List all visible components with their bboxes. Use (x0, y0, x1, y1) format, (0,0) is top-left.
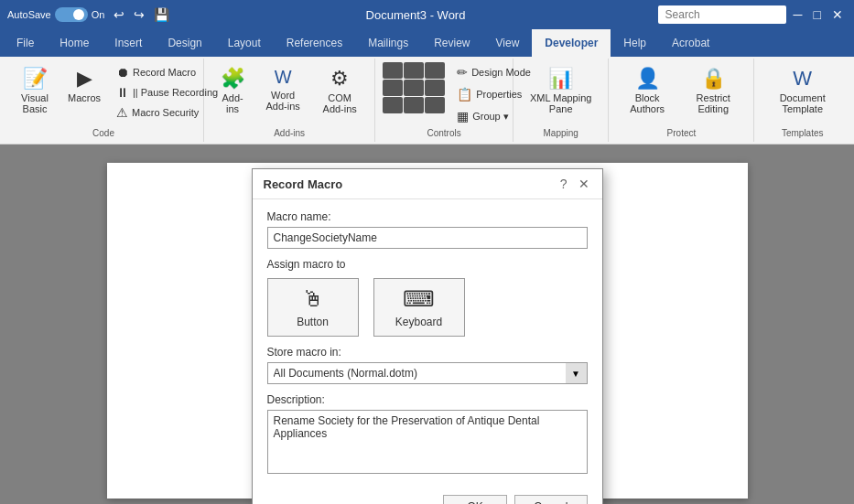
visual-basic-button[interactable]: 📝 Visual Basic (11, 62, 59, 119)
ribbon: File Home Insert Design Layout Reference… (0, 29, 854, 145)
tab-view[interactable]: View (483, 29, 533, 57)
add-ins-label: Add-ins (218, 92, 247, 114)
keyboard-assign-button[interactable]: ⌨ Keyboard (373, 278, 465, 337)
properties-icon: 📋 (457, 87, 472, 102)
autosave-label: AutoSave (7, 9, 51, 20)
group-mapping: 📊 XML Mapping Pane Mapping (513, 59, 609, 142)
button-assign-button[interactable]: 🖱 Button (267, 278, 359, 337)
cancel-button[interactable]: Cancel (514, 495, 587, 504)
control-grid-item (404, 62, 424, 79)
dialog-footer: OK Cancel (253, 488, 602, 504)
control-grid-item (404, 97, 424, 113)
macro-name-input[interactable] (267, 227, 588, 249)
document-template-button[interactable]: W Document Template (762, 62, 843, 119)
dialog-overlay: Record Macro ? ✕ Macro name: Assign macr… (0, 132, 854, 504)
assign-buttons: 🖱 Button ⌨ Keyboard (267, 278, 588, 337)
tab-home[interactable]: Home (47, 29, 102, 57)
tab-file[interactable]: File (4, 29, 47, 57)
save-button[interactable]: 💾 (150, 5, 173, 24)
control-grid-item (383, 80, 403, 96)
tab-acrobat[interactable]: Acrobat (659, 29, 722, 57)
tab-references[interactable]: References (274, 29, 355, 57)
titlebar: AutoSave On ↩ ↪ 💾 Document3 - Word ─ □ ✕ (0, 0, 854, 29)
control-grid-item (383, 62, 403, 79)
description-textarea[interactable]: Rename Society for the Preservation of A… (267, 410, 588, 474)
visual-basic-label: Visual Basic (17, 92, 52, 114)
add-ins-icon: 🧩 (221, 67, 245, 91)
dialog-body: Macro name: Assign macro to 🖱 Button ⌨ K… (253, 199, 602, 488)
undo-button[interactable]: ↩ (110, 5, 128, 24)
tab-insert[interactable]: Insert (102, 29, 155, 57)
security-icon: ⚠ (116, 105, 128, 120)
group-protect: 👤 Block Authors 🔒 Restrict Editing Prote… (609, 59, 754, 142)
document-template-icon: W (793, 67, 812, 91)
group-label: Group ▾ (472, 111, 509, 123)
button-icon: 🖱 (302, 286, 324, 312)
search-input[interactable] (658, 5, 786, 24)
tab-mailings[interactable]: Mailings (355, 29, 421, 57)
group-controls: ✏ Design Mode 📋 Properties ▦ Group ▾ (375, 59, 513, 142)
button-label: Button (297, 316, 329, 328)
restrict-editing-icon: 🔒 (701, 67, 726, 91)
visual-basic-icon: 📝 (23, 67, 48, 91)
titlebar-left: AutoSave On ↩ ↪ 💾 (7, 5, 173, 24)
record-macro-label: Record Macro (133, 67, 196, 78)
keyboard-icon: ⌨ (403, 286, 435, 312)
word-add-ins-icon: W (275, 67, 292, 88)
xml-label: XML Mapping Pane (527, 92, 594, 114)
redo-button[interactable]: ↪ (130, 5, 148, 24)
autosave-area: AutoSave On (7, 7, 104, 22)
tab-design[interactable]: Design (155, 29, 214, 57)
group-templates: W Document Template Templates (754, 59, 850, 142)
store-select[interactable]: All Documents (Normal.dotm) Document3 (267, 362, 588, 384)
com-add-ins-button[interactable]: ⚙ COM Add-ins (312, 62, 367, 119)
macro-name-label: Macro name: (267, 210, 588, 223)
close-button[interactable]: ✕ (828, 5, 847, 24)
design-mode-icon: ✏ (457, 65, 468, 80)
restrict-editing-button[interactable]: 🔒 Restrict Editing (680, 62, 747, 119)
autosave-state: On (92, 9, 105, 20)
group-code: 📝 Visual Basic ▶ Macros ⏺ Record Macro ⏸… (4, 59, 204, 142)
minimize-button[interactable]: ─ (790, 5, 806, 24)
control-grid-item (404, 80, 424, 96)
tab-help[interactable]: Help (611, 29, 659, 57)
record-icon: ⏺ (116, 65, 129, 80)
record-macro-dialog: Record Macro ? ✕ Macro name: Assign macr… (252, 168, 603, 504)
store-label: Store macro in: (267, 346, 588, 359)
document-title: Document3 - Word (173, 8, 657, 22)
add-ins-button[interactable]: 🧩 Add-ins (211, 62, 254, 119)
dialog-controls: ? ✕ (558, 177, 591, 191)
dialog-help-button[interactable]: ? (558, 177, 569, 191)
word-add-ins-label: Word Add-ins (262, 90, 304, 112)
dialog-close-button[interactable]: ✕ (577, 177, 591, 191)
store-select-wrap: All Documents (Normal.dotm) Document3 ▼ (267, 362, 588, 384)
document-template-label: Document Template (768, 92, 837, 114)
macros-button[interactable]: ▶ Macros (60, 62, 108, 108)
xml-mapping-button[interactable]: 📊 XML Mapping Pane (521, 62, 600, 119)
undo-redo-group: ↩ ↪ 💾 (110, 5, 173, 24)
ok-button[interactable]: OK (443, 495, 507, 504)
restrict-editing-label: Restrict Editing (688, 92, 739, 114)
tab-developer[interactable]: Developer (532, 29, 611, 57)
titlebar-right: ─ □ ✕ (658, 5, 847, 24)
keyboard-label: Keyboard (395, 316, 442, 328)
pause-icon: ⏸ (116, 85, 129, 100)
description-label: Description: (267, 393, 588, 406)
autosave-toggle[interactable] (55, 7, 88, 22)
group-icon: ▦ (457, 109, 469, 123)
tab-layout[interactable]: Layout (215, 29, 274, 57)
dialog-titlebar: Record Macro ? ✕ (253, 169, 602, 199)
block-authors-label: Block Authors (624, 92, 670, 114)
tab-review[interactable]: Review (421, 29, 482, 57)
block-authors-icon: 👤 (635, 67, 660, 91)
word-add-ins-button[interactable]: W Word Add-ins (255, 62, 310, 116)
com-add-ins-label: COM Add-ins (319, 92, 361, 114)
macro-security-label: Macro Security (132, 107, 199, 118)
block-authors-button[interactable]: 👤 Block Authors (616, 62, 678, 119)
com-add-ins-icon: ⚙ (330, 67, 349, 91)
macros-label: Macros (68, 92, 101, 103)
control-grid-item (425, 62, 445, 79)
assign-label: Assign macro to (267, 258, 588, 271)
ribbon-tabs: File Home Insert Design Layout Reference… (0, 29, 854, 57)
restore-button[interactable]: □ (810, 5, 825, 24)
